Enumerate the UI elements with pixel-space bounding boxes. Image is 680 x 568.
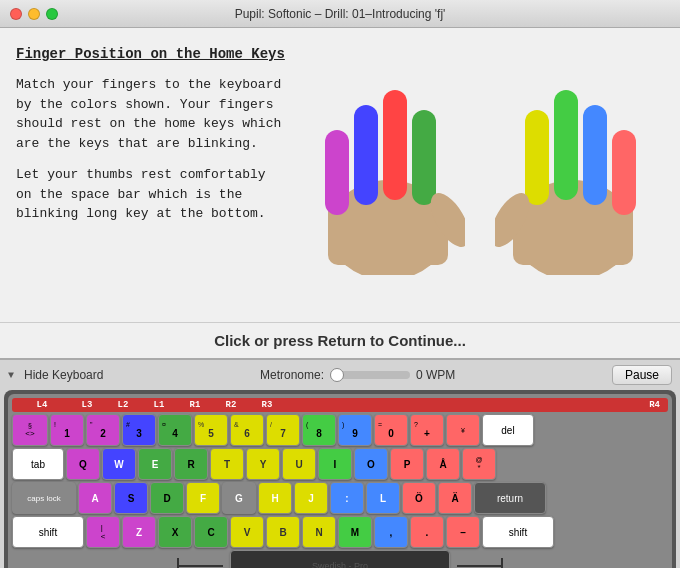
hide-keyboard-label[interactable]: Hide Keyboard [24,368,103,382]
key-r[interactable]: R [174,448,208,480]
key-a-ring[interactable]: Å [426,448,460,480]
continue-bar[interactable]: Click or press Return to Continue... [0,322,680,358]
window-title: Pupil: Softonic – Drill: 01–Introducing … [235,7,446,21]
svg-rect-2 [325,130,349,215]
qwerty-row: tab Q W E R T Y U I O P Å @* [12,448,668,480]
key-7[interactable]: /7 [266,414,300,446]
label-r2: R2 [214,400,248,410]
minimize-button[interactable] [28,8,40,20]
key-ae[interactable]: Ä [438,482,472,514]
keyboard-outer: L4 L3 L2 L1 R1 R2 R3 R4 §<> !1 "2 #3 ¤4 … [4,390,676,568]
svg-rect-9 [525,110,549,205]
continue-text: Click or press Return to Continue... [214,332,466,349]
key-4[interactable]: ¤4 [158,414,192,446]
key-u[interactable]: U [282,448,316,480]
key-y[interactable]: Y [246,448,280,480]
collapse-arrow[interactable]: ▼ [8,370,14,381]
key-space[interactable]: Swedish - Pro [230,550,450,568]
key-x[interactable]: X [158,516,192,548]
keyboard-inner: L4 L3 L2 L1 R1 R2 R3 R4 §<> !1 "2 #3 ¤4 … [8,394,672,568]
key-6[interactable]: &6 [230,414,264,446]
key-plus[interactable]: ?+ [410,414,444,446]
key-shift-right[interactable]: shift [482,516,554,548]
left-hand-svg [310,75,465,275]
key-period[interactable]: . [410,516,444,548]
key-l[interactable]: L [366,482,400,514]
key-b[interactable]: B [266,516,300,548]
number-row: §<> !1 "2 #3 ¤4 %5 &6 /7 (8 )9 =0 ?+ ¥ d… [12,414,668,446]
svg-rect-10 [554,90,578,200]
finger-label-row: L4 L3 L2 L1 R1 R2 R3 R4 [12,398,668,412]
svg-rect-12 [612,130,636,215]
hands-illustration [296,44,664,306]
pause-button[interactable]: Pause [612,365,672,385]
wpm-display: 0 WPM [416,368,455,382]
svg-rect-11 [583,105,607,205]
key-3[interactable]: #3 [122,414,156,446]
key-0[interactable]: =0 [374,414,408,446]
key-1[interactable]: !1 [50,414,84,446]
key-w[interactable]: W [102,448,136,480]
key-q[interactable]: Q [66,448,100,480]
key-g[interactable]: G [222,482,256,514]
maximize-button[interactable] [46,8,58,20]
key-t[interactable]: T [210,448,244,480]
label-r3: R3 [250,400,284,410]
key-z[interactable]: Z [122,516,156,548]
instructions-paragraph2: Let your thumbs rest comfortably on the … [16,165,286,224]
key-h[interactable]: H [258,482,292,514]
key-9[interactable]: )9 [338,414,372,446]
key-backslash[interactable]: ¥ [446,414,480,446]
space-row: Swedish - Pro [12,550,668,568]
shift-row: shift |< Z X C V B N M , . – shift [12,516,668,548]
svg-rect-3 [354,105,378,205]
keyboard-area: ▼ Hide Keyboard Metronome: 0 WPM Pause L… [0,358,680,568]
key-e[interactable]: E [138,448,172,480]
key-s[interactable]: S [114,482,148,514]
key-return[interactable]: return [474,482,546,514]
key-capslock[interactable]: caps lock [12,482,76,514]
metronome-label: Metronome: [260,368,324,382]
key-i[interactable]: I [318,448,352,480]
key-oe[interactable]: Ö [402,482,436,514]
close-button[interactable] [10,8,22,20]
key-n[interactable]: N [302,516,336,548]
home-row: caps lock A S D F G H J : L Ö Ä return [12,482,668,514]
keyboard-toolbar: ▼ Hide Keyboard Metronome: 0 WPM Pause [0,360,680,390]
key-shift-left[interactable]: shift [12,516,84,548]
key-c[interactable]: C [194,516,228,548]
left-line-deco [168,550,228,568]
window-controls [10,8,58,20]
key-delete[interactable]: del [482,414,534,446]
instructions-panel: Finger Position on the Home Keys Match y… [16,44,286,306]
key-v[interactable]: V [230,516,264,548]
key-a[interactable]: A [78,482,112,514]
key-comma[interactable]: , [374,516,408,548]
slider-thumb[interactable] [330,368,344,382]
svg-rect-4 [383,90,407,200]
key-tab[interactable]: tab [12,448,64,480]
titlebar: Pupil: Softonic – Drill: 01–Introducing … [0,0,680,28]
key-m[interactable]: M [338,516,372,548]
key-p[interactable]: P [390,448,424,480]
key-minus[interactable]: – [446,516,480,548]
key-umlaut[interactable]: @* [462,448,496,480]
label-r1: R1 [178,400,212,410]
right-line-deco [452,550,512,568]
key-backtick[interactable]: §<> [12,414,48,446]
label-l4: L4 [16,400,68,410]
key-5[interactable]: %5 [194,414,228,446]
metronome-slider[interactable] [330,371,410,379]
key-lessthan[interactable]: |< [86,516,120,548]
svg-rect-5 [412,110,436,205]
key-d[interactable]: D [150,482,184,514]
key-o[interactable]: O [354,448,388,480]
content-area: Finger Position on the Home Keys Match y… [0,28,680,358]
key-2[interactable]: "2 [86,414,120,446]
key-8[interactable]: (8 [302,414,336,446]
key-k[interactable]: : [330,482,364,514]
key-j[interactable]: J [294,482,328,514]
label-l1: L1 [142,400,176,410]
instructions-heading: Finger Position on the Home Keys [16,44,286,65]
key-f[interactable]: F [186,482,220,514]
